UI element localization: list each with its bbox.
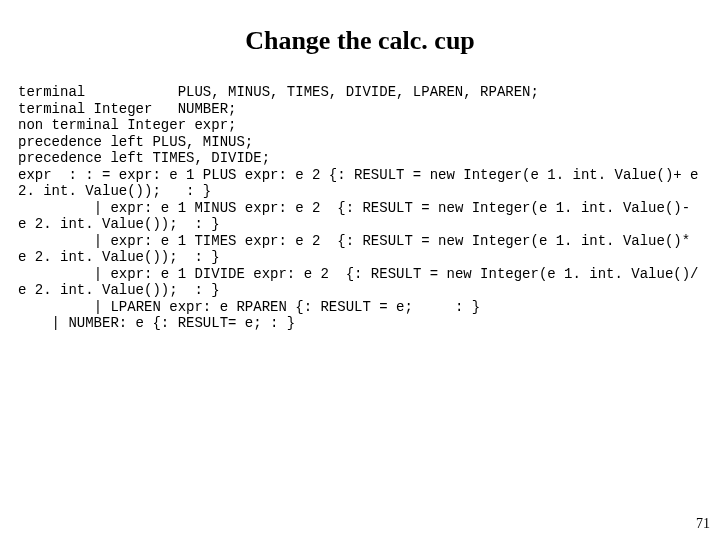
- slide-title: Change the calc. cup: [18, 26, 702, 56]
- slide: Change the calc. cup terminal PLUS, MINU…: [0, 0, 720, 540]
- code-block: terminal PLUS, MINUS, TIMES, DIVIDE, LPA…: [18, 84, 702, 332]
- page-number: 71: [696, 516, 710, 532]
